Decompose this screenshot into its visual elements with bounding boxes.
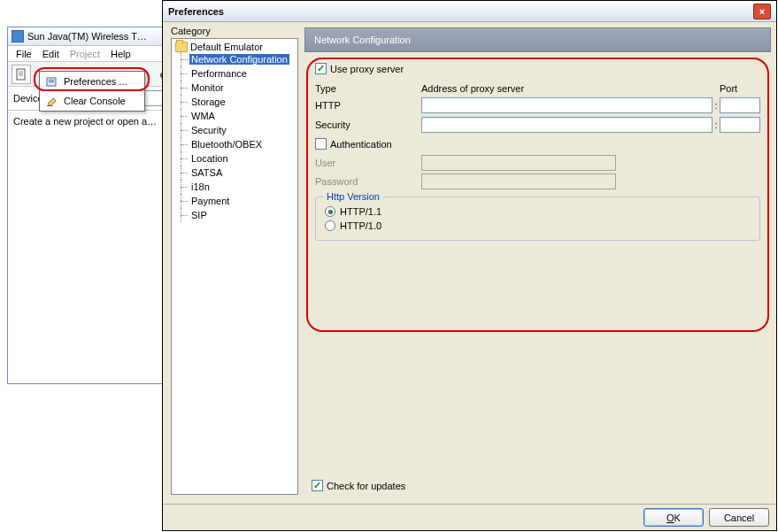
http10-row[interactable]: HTTP/1.0: [325, 219, 751, 233]
colon: :: [713, 120, 720, 130]
bg-window-title: Sun Java(TM) Wireless T…: [27, 31, 147, 42]
menu-item-label: Preferences ...: [64, 76, 127, 87]
folder-icon: [175, 42, 188, 52]
close-button[interactable]: ×: [753, 4, 771, 19]
tree-item-performance[interactable]: Performance: [173, 66, 296, 81]
pref-titlebar: Preferences ×: [163, 1, 776, 22]
password-label: Password: [315, 176, 421, 187]
http10-radio[interactable]: [325, 220, 335, 231]
authentication-checkbox[interactable]: [315, 138, 327, 150]
cancel-button[interactable]: Cancel: [709, 508, 769, 527]
menu-item-label: Clear Console: [64, 96, 126, 106]
bg-titlebar: Sun Java(TM) Wireless T…: [8, 27, 180, 46]
http-version-group: Http Version HTTP/1.1 HTTP/1.0: [315, 197, 760, 241]
tree-item-security[interactable]: Security: [173, 123, 296, 137]
bg-menu-project: Project: [65, 48, 105, 60]
port-header: Port: [720, 83, 760, 94]
category-label: Category: [171, 26, 298, 36]
use-proxy-checkbox[interactable]: [315, 63, 327, 74]
close-icon: ×: [759, 6, 765, 17]
type-header: Type: [315, 83, 421, 94]
http-version-legend: Http Version: [323, 191, 383, 202]
check-updates-row[interactable]: Check for updates: [312, 480, 405, 491]
security-address-input[interactable]: [421, 117, 713, 133]
app-icon: [12, 30, 24, 42]
toolbar-button-1[interactable]: [12, 65, 31, 84]
http11-radio[interactable]: [325, 206, 335, 217]
tree-item-monitor[interactable]: Monitor: [173, 81, 296, 95]
check-updates-checkbox[interactable]: [312, 480, 323, 491]
svg-rect-2: [49, 80, 54, 81]
svg-rect-4: [47, 105, 52, 106]
security-label: Security: [315, 120, 421, 130]
bg-menu-edit[interactable]: Edit: [37, 48, 65, 60]
http-label: HTTP: [315, 100, 421, 111]
http11-row[interactable]: HTTP/1.1: [325, 204, 751, 219]
authentication-row[interactable]: Authentication: [315, 138, 760, 150]
preferences-icon: [45, 74, 59, 89]
tree-item-wma[interactable]: WMA: [173, 109, 296, 123]
user-input: [421, 155, 616, 171]
bg-body-text: Create a new project or open a…: [8, 111, 180, 132]
category-tree[interactable]: Default Emulator Network Configuration P…: [171, 38, 298, 495]
tree-item-storage[interactable]: Storage: [173, 95, 296, 109]
use-proxy-row[interactable]: Use proxy server: [315, 63, 760, 74]
tree-item-network[interactable]: Network Configuration: [173, 52, 296, 66]
bg-menu-help[interactable]: Help: [105, 48, 136, 60]
http11-label: HTTP/1.1: [340, 206, 381, 217]
edit-menu-dropdown: Preferences ... Clear Console: [39, 71, 145, 112]
svg-rect-0: [17, 69, 25, 80]
dialog-title: Preferences: [168, 6, 224, 17]
ok-button[interactable]: OK: [643, 508, 704, 527]
panel-banner-title: Network Configuration: [314, 35, 411, 45]
tree-item-i18n[interactable]: i18n: [173, 180, 296, 194]
cancel-label: Cancel: [724, 513, 754, 523]
http-address-input[interactable]: [421, 97, 713, 113]
authentication-label: Authentication: [330, 139, 392, 150]
tree-root-label: Default Emulator: [190, 42, 263, 52]
panel-banner: Network Configuration: [304, 27, 771, 52]
tree-item-location[interactable]: Location: [173, 151, 296, 166]
menu-item-preferences[interactable]: Preferences ...: [40, 72, 144, 91]
check-updates-label: Check for updates: [327, 481, 405, 491]
address-header: Address of proxy server: [421, 83, 713, 94]
document-icon: [16, 68, 27, 81]
menu-item-clear-console[interactable]: Clear Console: [40, 91, 144, 111]
tree-item-satsa[interactable]: SATSA: [173, 166, 296, 180]
colon: :: [713, 100, 720, 111]
preferences-dialog: Preferences × Category Default Emulator …: [162, 0, 777, 531]
tree-item-payment[interactable]: Payment: [173, 194, 296, 208]
tree-item-bluetooth[interactable]: Bluetooth/OBEX: [173, 137, 296, 151]
security-port-input[interactable]: [720, 117, 760, 133]
user-label: User: [315, 158, 421, 168]
password-input: [421, 173, 616, 189]
http10-label: HTTP/1.0: [340, 220, 381, 231]
clear-icon: [45, 94, 59, 108]
svg-rect-3: [49, 81, 54, 82]
dialog-button-bar: OK Cancel: [163, 504, 776, 530]
tree-root[interactable]: Default Emulator: [173, 42, 296, 52]
http-port-input[interactable]: [720, 97, 760, 113]
use-proxy-label: Use proxy server: [330, 64, 404, 74]
tree-item-sip[interactable]: SIP: [173, 208, 296, 222]
bg-menubar: File Edit Project Help: [8, 46, 180, 62]
bg-menu-file[interactable]: File: [11, 48, 37, 60]
